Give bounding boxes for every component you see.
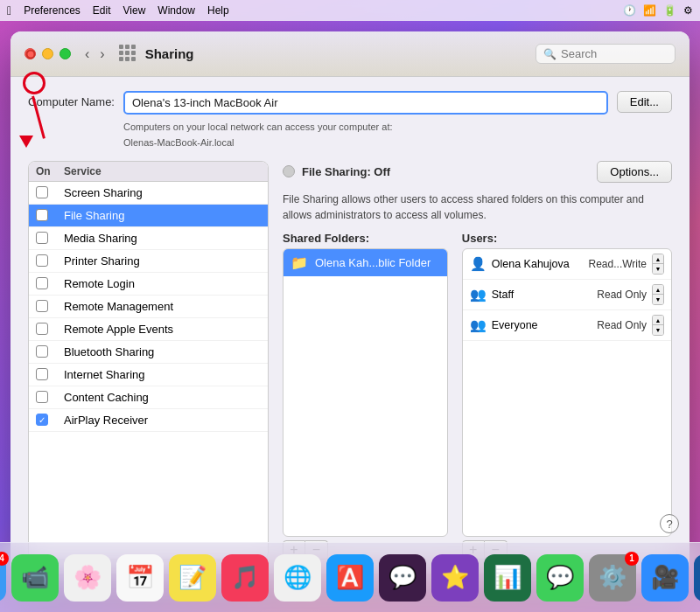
service-item[interactable]: Screen Sharing [29, 182, 268, 205]
service-checkbox[interactable] [36, 414, 48, 426]
service-checkbox[interactable] [36, 277, 48, 289]
forward-button[interactable]: › [96, 45, 108, 64]
service-name: Remote Login [64, 277, 261, 290]
service-item[interactable]: Remote Login [29, 273, 268, 296]
wifi-icon: 📶 [643, 4, 656, 17]
user-name: Staff [492, 289, 514, 301]
service-name: AirPlay Receiver [64, 414, 261, 427]
user-name: Olena Kahujova [492, 258, 570, 270]
user-info: 👥Everyone [470, 317, 592, 333]
folder-name: Olena Kah...blic Folder [315, 256, 430, 269]
back-button[interactable]: ‹ [81, 45, 93, 64]
service-checkbox[interactable] [36, 345, 48, 358]
dock-icon-photos[interactable]: 🌸 [64, 554, 111, 602]
traffic-lights [24, 48, 71, 59]
menubar-window[interactable]: Window [158, 4, 195, 17]
permission-stepper[interactable]: ▲▼ [652, 254, 664, 275]
search-input[interactable] [561, 47, 666, 60]
service-name: Remote Management [64, 300, 261, 313]
stepper-up[interactable]: ▲ [653, 316, 663, 326]
dock-badge-mail: 4 [0, 552, 9, 566]
service-checkbox[interactable] [36, 232, 48, 244]
permission-stepper[interactable]: ▲▼ [652, 315, 664, 336]
stepper-down[interactable]: ▼ [653, 264, 663, 274]
stepper-up[interactable]: ▲ [653, 285, 663, 296]
service-item[interactable]: Remote Management [29, 296, 268, 318]
user-name: Everyone [492, 319, 538, 331]
dock-icon-mail[interactable]: ✉️4 [0, 554, 6, 602]
dock-icon-slack[interactable]: 💬 [379, 554, 426, 602]
dock-icon-zoom[interactable]: 🎥 [641, 554, 689, 602]
users-label: Users: [462, 232, 672, 245]
status-title: File Sharing: Off [302, 165, 390, 178]
menubar-left:  Preferences Edit View Window Help [7, 3, 229, 17]
dock-icon-settings[interactable]: ⚙️1 [589, 554, 636, 602]
dock-icon-music[interactable]: 🎵 [221, 554, 269, 602]
menubar-right: 🕐 📶 🔋 ⚙ [623, 4, 693, 17]
service-checkbox[interactable] [36, 186, 48, 198]
menubar-view[interactable]: View [123, 4, 146, 17]
dock-icon-messages[interactable]: 💬 [536, 554, 584, 602]
service-item[interactable]: Printer Sharing [29, 250, 268, 273]
options-button[interactable]: Options... [597, 161, 672, 183]
stepper-down[interactable]: ▼ [653, 325, 663, 335]
menubar:  Preferences Edit View Window Help 🕐 📶 … [0, 0, 700, 21]
user-item[interactable]: 👥StaffRead Only▲▼ [463, 280, 671, 310]
maximize-button[interactable] [60, 48, 71, 59]
service-checkbox[interactable] [36, 368, 48, 380]
service-panel: On Service Screen SharingFile SharingMed… [28, 161, 269, 560]
service-name: Remote Apple Events [64, 323, 261, 336]
sharing-area: Shared Folders: 📁Olena Kah...blic Folder… [283, 232, 672, 560]
service-checkbox[interactable] [36, 254, 48, 267]
permission-stepper[interactable]: ▲▼ [652, 284, 664, 305]
service-item[interactable]: Internet Sharing [29, 364, 268, 386]
dock-icon-chrome[interactable]: 🌐 [274, 554, 321, 602]
dock-icon-calendar[interactable]: 📅 [116, 554, 164, 602]
user-permission: Read Only [597, 289, 647, 301]
user-permission: Read...Write [589, 258, 647, 270]
titlebar: ‹ › Sharing 🔍 [10, 31, 690, 77]
shared-folders-label: Shared Folders: [283, 232, 448, 245]
user-item[interactable]: 👥EveryoneRead Only▲▼ [463, 310, 671, 341]
service-checkbox[interactable] [36, 323, 48, 335]
apple-menu[interactable]:  [7, 3, 11, 17]
search-box[interactable]: 🔍 [536, 44, 676, 64]
user-info: 👥Staff [470, 287, 592, 303]
computer-name-input[interactable] [123, 91, 608, 115]
stepper-down[interactable]: ▼ [653, 295, 663, 304]
status-dot [283, 165, 295, 177]
edit-button[interactable]: Edit... [617, 91, 672, 113]
service-header: On Service [29, 162, 268, 182]
dock-icon-notes[interactable]: 📝 [169, 554, 216, 602]
service-item[interactable]: File Sharing [29, 205, 268, 227]
service-checkbox[interactable] [36, 300, 48, 312]
dock-icon-word[interactable]: W [694, 554, 700, 602]
service-name: Content Caching [64, 391, 261, 404]
folder-item[interactable]: 📁Olena Kah...blic Folder [284, 249, 447, 276]
dock-icon-appstore[interactable]: 🅰️ [326, 554, 374, 602]
user-item[interactable]: 👤Olena KahujovaRead...Write▲▼ [463, 249, 671, 280]
service-item[interactable]: Bluetooth Sharing [29, 341, 268, 364]
service-item[interactable]: Content Caching [29, 386, 268, 409]
minimize-button[interactable] [42, 48, 53, 59]
service-item[interactable]: Media Sharing [29, 227, 268, 250]
grid-view-button[interactable] [119, 45, 138, 64]
clock-icon: 🕐 [623, 4, 636, 17]
stepper-up[interactable]: ▲ [653, 254, 663, 265]
service-checkbox[interactable] [36, 209, 48, 221]
dock-icon-starred[interactable]: ⭐ [431, 554, 479, 602]
menubar-preferences[interactable]: Preferences [24, 4, 80, 17]
help-button[interactable]: ? [660, 514, 679, 533]
service-name: File Sharing [64, 209, 261, 222]
service-item[interactable]: Remote Apple Events [29, 318, 268, 341]
dock-icon-excel[interactable]: 📊 [484, 554, 531, 602]
menubar-edit[interactable]: Edit [93, 4, 111, 17]
dock-icon-facetime[interactable]: 📹 [11, 554, 59, 602]
computer-name-row: Computer Name: Computers on your local n… [28, 91, 672, 150]
service-item[interactable]: AirPlay Receiver [29, 409, 268, 432]
close-button[interactable] [24, 48, 36, 59]
computer-name-label: Computer Name: [28, 91, 115, 108]
service-checkbox[interactable] [36, 391, 48, 403]
user-icon: 👥 [470, 287, 486, 303]
menubar-help[interactable]: Help [207, 4, 229, 17]
